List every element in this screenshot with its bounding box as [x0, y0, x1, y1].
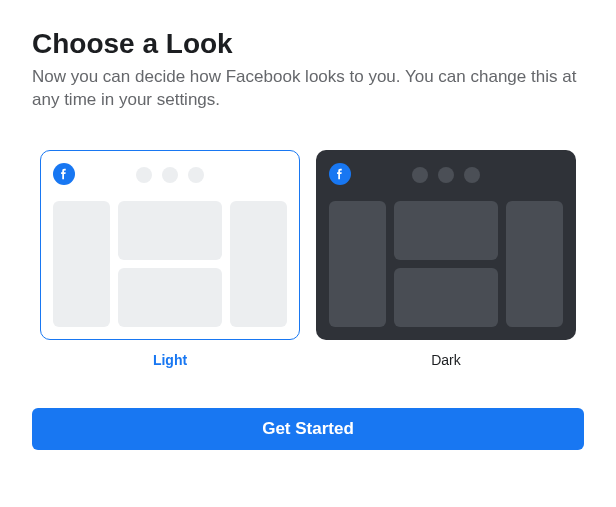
dot-icon	[464, 167, 480, 183]
facebook-icon	[53, 163, 75, 185]
theme-label-dark: Dark	[316, 352, 576, 368]
dot-icon	[136, 167, 152, 183]
preview-block	[394, 201, 497, 260]
dot-icon	[162, 167, 178, 183]
nav-dots	[136, 167, 204, 183]
dot-icon	[438, 167, 454, 183]
preview-block	[230, 201, 287, 327]
theme-label-light: Light	[40, 352, 300, 368]
preview-block	[506, 201, 563, 327]
facebook-icon	[329, 163, 351, 185]
dot-icon	[188, 167, 204, 183]
preview-block	[394, 268, 497, 327]
nav-dots	[412, 167, 480, 183]
preview-block	[118, 201, 221, 260]
theme-options: Light Dark	[32, 150, 584, 368]
layout-preview	[53, 201, 287, 327]
page-subtitle: Now you can decide how Facebook looks to…	[32, 66, 584, 112]
preview-block	[118, 268, 221, 327]
dot-icon	[412, 167, 428, 183]
theme-card-dark	[316, 150, 576, 340]
theme-option-light[interactable]: Light	[40, 150, 300, 368]
theme-card-light	[40, 150, 300, 340]
preview-block	[53, 201, 110, 327]
layout-preview	[329, 201, 563, 327]
preview-block	[329, 201, 386, 327]
page-title: Choose a Look	[32, 28, 584, 60]
get-started-button[interactable]: Get Started	[32, 408, 584, 450]
theme-option-dark[interactable]: Dark	[316, 150, 576, 368]
